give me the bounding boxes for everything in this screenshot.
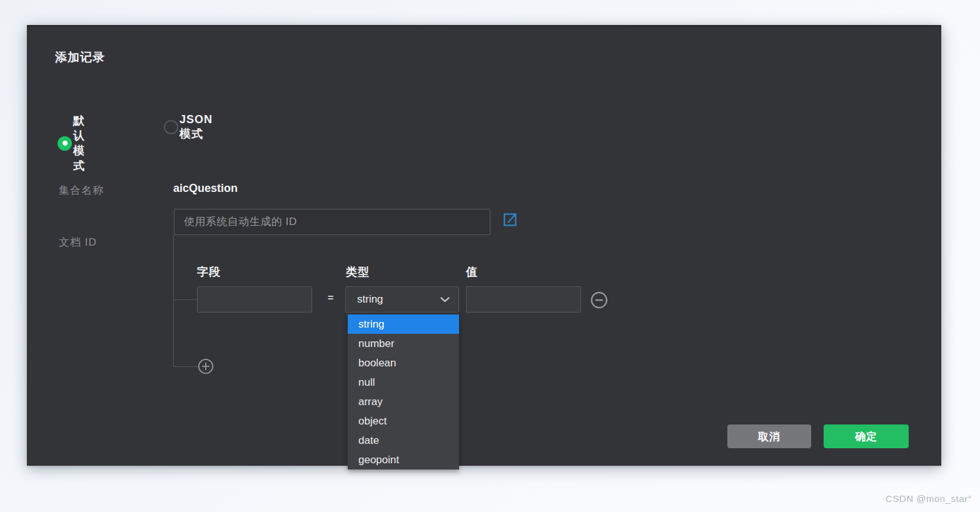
value-column-header: 值 <box>466 264 478 279</box>
radio-default-mode-label: 默认模式 <box>73 113 85 173</box>
radio-json-mode[interactable]: JSON模式 <box>164 113 213 141</box>
radio-selected-icon[interactable] <box>58 136 72 151</box>
radio-unselected-icon[interactable] <box>164 120 178 134</box>
field-column-header: 字段 <box>197 264 221 279</box>
watermark-text: CSDN @mon_star° <box>886 493 972 504</box>
document-id-input[interactable] <box>174 209 490 235</box>
collection-name-value: aicQuestion <box>173 182 238 195</box>
type-option-array[interactable]: array <box>348 392 459 411</box>
radio-default-mode[interactable]: 默认模式 <box>58 113 85 173</box>
field-name-input[interactable] <box>197 286 312 313</box>
equals-sign: = <box>328 293 333 304</box>
type-option-object[interactable]: object <box>348 411 459 431</box>
document-id-label: 文档 ID <box>59 235 97 249</box>
collection-name-label: 集合名称 <box>59 183 104 198</box>
edit-icon[interactable] <box>503 212 518 227</box>
dialog-title: 添加记录 <box>55 49 105 66</box>
confirm-button[interactable]: 确定 <box>824 424 909 448</box>
type-dropdown-list: string number boolean null array object … <box>348 314 459 469</box>
type-option-geopoint[interactable]: geopoint <box>348 450 459 469</box>
type-select[interactable]: string <box>345 286 459 313</box>
type-option-boolean[interactable]: boolean <box>348 353 459 373</box>
chevron-down-icon <box>440 297 450 303</box>
add-field-icon[interactable] <box>198 358 214 374</box>
field-value-input[interactable] <box>466 286 581 313</box>
tree-connector-vertical <box>173 235 174 366</box>
type-option-null[interactable]: null <box>348 373 459 392</box>
page-background: 添加记录 默认模式 JSON模式 集合名称 aicQuestion 文档 ID <box>0 0 980 512</box>
type-column-header: 类型 <box>346 264 370 279</box>
type-option-date[interactable]: date <box>348 431 459 450</box>
add-record-dialog: 添加记录 默认模式 JSON模式 集合名称 aicQuestion 文档 ID <box>27 25 941 466</box>
cancel-button[interactable]: 取消 <box>727 424 811 448</box>
radio-json-mode-label: JSON模式 <box>179 113 213 141</box>
tree-connector-field-branch <box>173 299 197 300</box>
remove-field-icon[interactable] <box>590 291 608 309</box>
type-option-number[interactable]: number <box>348 334 459 353</box>
type-option-string[interactable]: string <box>348 314 459 334</box>
tree-connector-add-branch <box>173 366 198 367</box>
type-select-value: string <box>357 293 440 306</box>
